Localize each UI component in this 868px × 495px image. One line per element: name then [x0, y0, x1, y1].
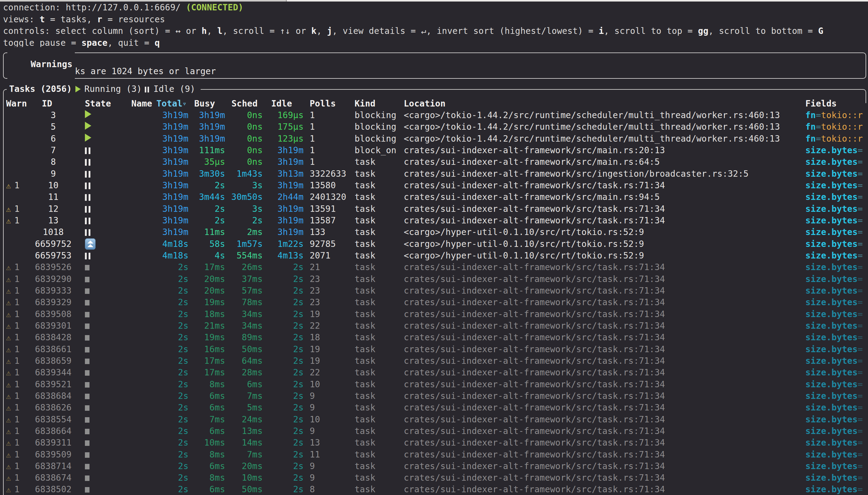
kind-cell: blocking [355, 122, 404, 132]
warn-count: 1 [14, 426, 19, 436]
idle-duration-cell: 2s [268, 403, 310, 413]
warn-cell: ⚠1 [6, 438, 33, 448]
column-header-id[interactable]: ID [33, 99, 74, 109]
table-row[interactable]: ⚠1 12 3h19m 2s 3s 3h19m 13591 task crate… [6, 203, 868, 215]
warn-cell: ⚠1 [6, 262, 33, 272]
warn-cell: ⚠1 [6, 344, 33, 354]
field-key: size.bytes [805, 484, 857, 494]
table-row[interactable]: ⚠1 6838502 2s 6ms 50ms 2s 8 task crates/… [6, 484, 868, 495]
table-row[interactable]: 11 3h19m 3m44s 30m50s 2h44m 2401320 task… [6, 191, 868, 203]
table-row[interactable]: ⚠1 6838428 2s 19ms 89ms 2s 18 task crate… [6, 332, 868, 343]
table-row[interactable]: ⚠1 6839290 2s 20ms 37ms 2s 23 task crate… [6, 273, 868, 285]
fields-cell: size.bytes= [805, 192, 868, 202]
warning-icon: ⚠ [6, 462, 11, 471]
column-header-total-sorted[interactable]: Total▿ [156, 99, 194, 109]
table-row[interactable]: 6 3h19m 3h19m 0ns 123µs 1 blocking <carg… [6, 133, 868, 144]
total-duration-cell: 2s [156, 356, 194, 366]
column-header-kind[interactable]: Kind [355, 99, 404, 109]
column-header-polls[interactable]: Polls [310, 99, 355, 109]
sched-duration-cell: 24ms [226, 414, 268, 425]
table-row[interactable]: ⚠1 6838664 2s 6ms 13ms 2s 9 task crates/… [6, 425, 868, 437]
table-row[interactable]: 7 3h19m 111ms 0ns 3h19m 1 block_on crate… [6, 144, 868, 156]
field-equals: = [857, 286, 863, 296]
field-key: size.bytes [805, 227, 857, 237]
table-row[interactable]: ⚠1 6838554 2s 7ms 24ms 2s 10 task crates… [6, 413, 868, 425]
polls-cell: 23 [310, 286, 355, 296]
state-cell [74, 145, 130, 155]
completed-icon [85, 476, 89, 481]
table-row[interactable]: 6659752 4m18s 58s 1m57s 1m22s 92785 task… [6, 238, 868, 250]
warn-cell: ⚠1 [6, 181, 33, 190]
table-row[interactable]: ⚠1 6839333 2s 20ms 57ms 2s 23 task crate… [6, 285, 868, 296]
field-value: tokio::r [821, 110, 863, 120]
table-row[interactable]: ⚠1 6838714 2s 6ms 20ms 2s 9 task crates/… [6, 460, 868, 472]
column-header-idle[interactable]: Idle [268, 99, 310, 109]
idle-duration-cell: 2s [268, 391, 310, 401]
location-cell: crates/sui-indexer-alt-framework/src/tas… [404, 332, 805, 342]
location-cell: crates/sui-indexer-alt-framework/src/tas… [404, 368, 805, 377]
idle-duration-cell: 175µs [268, 122, 310, 132]
table-row[interactable]: ⚠1 6839509 2s 8ms 7ms 2s 11 task crates/… [6, 449, 868, 460]
column-header-warn[interactable]: Warn [6, 99, 33, 109]
idle-duration-cell: 2s [268, 426, 310, 436]
field-key: size.bytes [805, 473, 857, 483]
field-key: size.bytes [805, 286, 857, 296]
completed-icon [85, 300, 89, 306]
fields-cell: size.bytes= [805, 449, 868, 460]
column-header-sched[interactable]: Sched [226, 99, 268, 109]
table-row[interactable]: 6659753 4m18s 4s 554ms 4m13s 2071 task <… [6, 250, 868, 261]
idle-duration-cell: 4m13s [268, 251, 310, 261]
table-row[interactable]: ⚠1 6839521 2s 8ms 6ms 2s 10 task crates/… [6, 378, 868, 390]
table-row[interactable]: 5 3h19m 3h19m 0ns 175µs 1 blocking <carg… [6, 121, 868, 133]
table-row[interactable]: 9 3h19m 3m30s 1m43s 3h13m 3322633 task c… [6, 168, 868, 180]
table-row[interactable]: ⚠1 6839301 2s 21ms 34ms 2s 22 task crate… [6, 320, 868, 331]
task-id-cell: 6839329 [33, 297, 74, 307]
tasks-table: Warn ID State Name Total▿ Busy Sched Idl… [6, 89, 868, 495]
table-row[interactable]: ⚠1 6838684 2s 6ms 7ms 2s 9 task crates/s… [6, 390, 868, 402]
table-row[interactable]: ⚠1 6838674 2s 8ms 10ms 2s 9 task crates/… [6, 472, 868, 484]
running-icon [85, 110, 91, 118]
field-equals: = [857, 321, 863, 331]
table-row[interactable]: ⚠1 13 3h19m 2s 2s 3h19m 13587 task crate… [6, 215, 868, 226]
sched-duration-cell: 13ms [226, 426, 268, 436]
location-cell: crates/sui-indexer-alt-framework/src/tas… [404, 181, 805, 190]
column-header-state[interactable]: State [74, 99, 130, 109]
table-row[interactable]: ⚠1 6839344 2s 17ms 28ms 2s 22 task crate… [6, 367, 868, 378]
warn-cell [6, 145, 33, 155]
location-cell: crates/sui-indexer-alt-framework/src/mai… [404, 157, 805, 167]
column-header-fields[interactable]: Fields [805, 99, 868, 109]
fields-cell: size.bytes= [805, 274, 868, 284]
field-equals: = [857, 379, 863, 389]
state-cell [74, 238, 130, 250]
paused-icon [85, 145, 92, 155]
state-cell [74, 321, 130, 331]
location-cell: crates/sui-indexer-alt-framework/src/mai… [404, 145, 805, 155]
field-equals: = [857, 356, 863, 366]
column-header-busy[interactable]: Busy [194, 99, 226, 109]
table-row[interactable]: ⚠1 10 3h19m 2s 3s 3h19m 13580 task crate… [6, 180, 868, 191]
idle-duration-cell: 3h19m [268, 157, 310, 167]
busy-duration-cell: 111ms [194, 145, 226, 155]
table-row[interactable]: ⚠1 6838626 2s 6ms 5ms 2s 9 task crates/s… [6, 402, 868, 413]
table-row[interactable]: 1018 3h19m 11ms 2ms 3h19m 133 task <carg… [6, 226, 868, 238]
column-header-location[interactable]: Location [404, 99, 805, 109]
column-header-name[interactable]: Name [130, 99, 156, 109]
busy-duration-cell: 58s [194, 239, 226, 249]
field-key: size.bytes [805, 321, 857, 331]
kind-cell: task [355, 344, 404, 354]
table-row[interactable]: ⚠1 6839311 2s 10ms 14ms 2s 13 task crate… [6, 437, 868, 449]
table-row[interactable]: ⚠1 6839508 2s 18ms 34ms 2s 19 task crate… [6, 308, 868, 320]
idle-duration-cell: 3h19m [268, 227, 310, 237]
sched-duration-cell: 0ns [226, 134, 268, 144]
kind-cell: task [355, 262, 404, 272]
state-cell [74, 461, 130, 471]
warn-cell [6, 239, 33, 249]
sched-duration-cell: 34ms [226, 321, 268, 331]
table-row[interactable]: ⚠1 6838659 2s 17ms 64ms 2s 19 task crate… [6, 355, 868, 366]
field-key: size.bytes [805, 426, 857, 436]
table-row[interactable]: 8 3h19m 35µs 0ns 3h19m 1 task crates/sui… [6, 156, 868, 168]
table-row[interactable]: ⚠1 6839526 2s 17ms 26ms 2s 21 task crate… [6, 261, 868, 273]
table-row[interactable]: ⚠1 6839329 2s 19ms 78ms 2s 23 task crate… [6, 297, 868, 308]
table-row[interactable]: ⚠1 6838661 2s 16ms 50ms 2s 19 task crate… [6, 343, 868, 355]
table-row[interactable]: 3 3h19m 3h19m 0ns 169µs 1 blocking <carg… [6, 109, 868, 121]
